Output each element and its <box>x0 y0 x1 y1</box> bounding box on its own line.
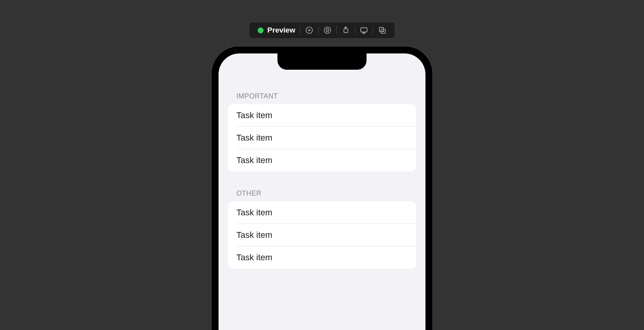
svg-rect-2 <box>326 29 329 31</box>
concentric-icon <box>323 26 332 34</box>
duplicate-plus-icon <box>378 26 386 34</box>
play-circle-icon <box>305 26 313 34</box>
list-item[interactable]: Task item <box>228 149 416 172</box>
list-item[interactable]: Task item <box>228 201 416 224</box>
phone-screen: IMPORTANT Task item Task item Task item … <box>219 53 425 330</box>
list-group: Task item Task item Task item <box>228 104 416 172</box>
preview-toolbar: Preview <box>249 22 395 39</box>
duplicate-button[interactable] <box>373 25 391 36</box>
svg-point-1 <box>324 27 331 34</box>
list-item[interactable]: Task item <box>228 104 416 127</box>
device-button[interactable] <box>355 25 373 36</box>
rotate-button[interactable] <box>337 25 355 36</box>
phone-frame: IMPORTANT Task item Task item Task item … <box>212 46 432 330</box>
section-header: OTHER <box>228 189 416 201</box>
svg-point-6 <box>363 33 365 34</box>
svg-rect-3 <box>344 29 348 33</box>
svg-rect-4 <box>361 28 367 32</box>
concentric-button[interactable] <box>319 25 336 36</box>
section-other: OTHER Task item Task item Task item <box>228 189 416 269</box>
status-dot-icon <box>258 28 263 33</box>
rotate-icon <box>341 26 350 34</box>
display-icon <box>360 26 368 34</box>
section-header: IMPORTANT <box>228 92 416 104</box>
list-item[interactable]: Task item <box>228 246 416 269</box>
list-group: Task item Task item Task item <box>228 201 416 269</box>
phone-notch <box>277 53 367 70</box>
screen-content: IMPORTANT Task item Task item Task item … <box>219 53 425 269</box>
play-button[interactable] <box>300 25 318 36</box>
list-item[interactable]: Task item <box>228 224 416 246</box>
list-item[interactable]: Task item <box>228 127 416 149</box>
section-important: IMPORTANT Task item Task item Task item <box>228 92 416 172</box>
preview-status-segment: Preview <box>253 25 300 36</box>
preview-label: Preview <box>267 26 295 34</box>
